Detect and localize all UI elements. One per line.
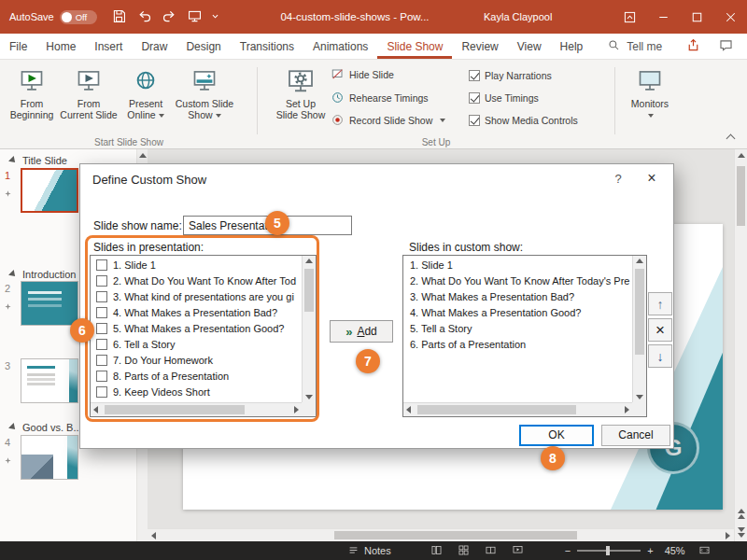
slides-in-presentation-listbox[interactable]: 1. Slide 12. What Do You Want To Know Af… [90,255,317,417]
custom-show-slide-item[interactable]: 3. What Makes a Presentation Bad? [404,288,631,304]
zoom-out-button[interactable]: − [565,545,571,556]
custom-show-slide-item[interactable]: 5. Tell a Story [404,320,631,336]
checkbox-use-timings[interactable]: Use Timings [469,90,539,106]
presentation-slide-item[interactable]: 3. What kind of presentations are you gi [92,288,301,304]
zoom-slider-thumb[interactable] [606,546,610,555]
scrollbar-thumb[interactable] [334,531,577,539]
presentation-slide-item[interactable]: 9. Keep Videos Short [92,384,301,399]
undo-button[interactable] [134,5,156,29]
section-header-title-slide[interactable]: Title Slide [9,153,67,168]
share-button[interactable] [685,37,701,56]
maximize-button[interactable] [680,0,713,34]
fit-slide-button[interactable] [698,544,711,558]
custom-show-slide-item[interactable]: 1. Slide 1 [404,257,631,273]
redo-button[interactable] [159,5,181,29]
section-header-introduction[interactable]: Introduction [9,267,76,282]
monitors-button[interactable]: Monitors [620,62,680,134]
tab-home[interactable]: Home [36,34,85,59]
tab-draw[interactable]: Draw [132,34,176,59]
tell-me-search[interactable]: Tell me [607,34,662,59]
custom-show-slide-item[interactable]: 2. What Do You Want To Know After Today'… [404,273,631,288]
scrollbar-thumb[interactable] [635,269,644,355]
ribbon-button-record-slide-show[interactable]: Record Slide Show [331,111,445,130]
ok-button[interactable]: OK [519,425,594,446]
minimize-button[interactable] [646,0,680,34]
slide-thumbnail-1[interactable] [21,168,78,213]
ribbon-button-present-online[interactable]: PresentOnline [120,62,172,134]
customize-qat-button[interactable] [209,5,222,29]
next-slide-button[interactable] [735,525,747,539]
presentation-slide-item[interactable]: 5. What Makes a Presentation Good? [92,320,301,336]
slide-checkbox[interactable] [96,386,107,398]
notes-button[interactable]: Notes [347,544,391,558]
slide-checkbox[interactable] [96,339,107,350]
slide-checkbox[interactable] [96,291,107,302]
scrollbar-thumb[interactable] [417,405,576,414]
cancel-button[interactable]: Cancel [601,425,670,446]
move-down-button[interactable]: ↓ [648,344,672,368]
presentation-slide-item[interactable]: 8. Parts of a Presentation [92,368,301,384]
vertical-scrollbar[interactable] [734,149,747,541]
tab-help[interactable]: Help [551,34,593,59]
previous-slide-button[interactable] [735,506,747,521]
presentation-slide-item[interactable]: 7. Do Your Homework [92,352,301,368]
normal-view-button[interactable] [430,544,443,558]
close-button[interactable] [713,0,747,34]
custom-show-slide-item[interactable]: 4. What Makes a Presentation Good? [404,304,631,320]
presentation-slide-item[interactable]: 6. Tell a Story [92,336,301,352]
ribbon-button-from-current-slide[interactable]: FromCurrent Slide [58,62,120,134]
collapse-ribbon-button[interactable] [727,133,736,141]
slide-checkbox[interactable] [96,355,107,366]
scrollbar-thumb[interactable] [737,166,745,226]
slide-checkbox[interactable] [96,275,107,287]
tab-transitions[interactable]: Transitions [231,34,303,59]
ribbon-button-rehearse-timings[interactable]: Rehearse Timings [331,89,429,107]
save-button[interactable] [108,5,131,29]
slide-thumbnail-2[interactable] [21,281,78,326]
tab-insert[interactable]: Insert [85,34,132,59]
list-horizontal-scrollbar[interactable] [91,402,302,416]
start-from-beginning-button[interactable] [184,5,206,29]
reading-view-button[interactable] [485,544,497,558]
move-up-button[interactable]: ↑ [648,292,672,315]
list-horizontal-scrollbar[interactable] [403,402,632,416]
presentation-slide-item[interactable]: 1. Slide 1 [92,257,301,273]
horizontal-scrollbar[interactable] [148,528,734,541]
autosave-toggle[interactable]: Off [60,10,97,24]
ribbon-button-custom-slide-show[interactable]: Custom SlideShow [172,62,237,134]
tab-animations[interactable]: Animations [303,34,377,59]
list-vertical-scrollbar[interactable] [302,256,316,402]
scrollbar-thumb[interactable] [304,269,314,312]
slide-checkbox[interactable] [96,323,107,334]
slide-sorter-button[interactable] [458,544,470,558]
slides-in-custom-show-listbox[interactable]: 1. Slide 12. What Do You Want To Know Af… [402,255,647,417]
dialog-help-button[interactable]: ? [606,170,630,189]
custom-show-slide-item[interactable]: 6. Parts of a Presentation [404,336,631,352]
checkbox-show-media-controls[interactable]: Show Media Controls [469,112,578,129]
slide-checkbox[interactable] [96,371,107,382]
ribbon-button-from-beginning[interactable]: FromBeginning [6,62,58,134]
zoom-slider[interactable] [577,550,641,552]
tab-design[interactable]: Design [176,34,230,59]
zoom-percentage[interactable]: 45% [665,545,685,556]
tab-file[interactable]: File [0,34,36,59]
autosave-control[interactable]: AutoSave Off [9,10,97,24]
slide-checkbox[interactable] [96,307,107,318]
remove-slide-button[interactable]: × [648,318,672,342]
ribbon-button-hide-slide[interactable]: Hide Slide [331,65,394,84]
tab-view[interactable]: View [508,34,551,59]
zoom-in-button[interactable]: + [647,545,653,556]
dialog-close-button[interactable]: × [638,168,666,189]
slide-thumbnail-4[interactable] [21,435,78,480]
slide-show-view-button[interactable] [512,544,524,558]
tab-slide-show[interactable]: Slide Show [377,34,452,59]
tab-review[interactable]: Review [452,34,507,59]
checkbox-play-narrations[interactable]: Play Narrations [469,67,552,84]
scrollbar-thumb[interactable] [105,405,245,414]
comments-button[interactable] [718,37,734,56]
ribbon-display-options-button[interactable] [613,0,646,34]
presentation-slide-item[interactable]: 2. What Do You Want To Know After Tod [92,273,301,288]
slide-checkbox[interactable] [96,259,107,271]
ribbon-button-set-up-slide-show[interactable]: Set UpSlide Show [273,62,329,134]
list-vertical-scrollbar[interactable] [632,256,646,402]
